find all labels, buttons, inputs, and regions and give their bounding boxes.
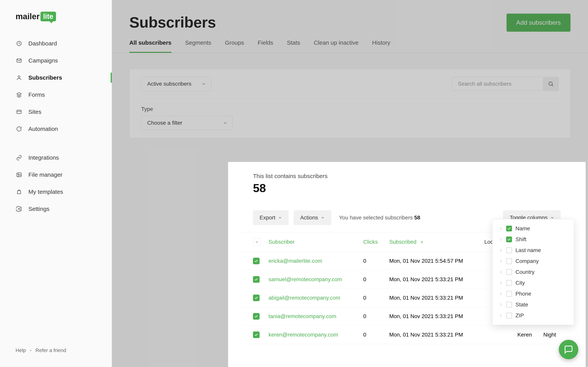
svg-point-22 (500, 240, 501, 241)
toggle-columns-popover[interactable]: NameShiftLast nameCompanyCountryCityPhon… (492, 219, 574, 325)
logo[interactable]: mailer lite (0, 12, 112, 35)
refer-link[interactable]: Refer a friend (35, 347, 66, 353)
help-link[interactable]: Help (16, 347, 26, 353)
subscriber-email[interactable]: samuel@remotecompany.com (268, 276, 342, 282)
column-checkbox[interactable] (506, 258, 512, 264)
tab-all-subscribers[interactable]: All subscribers (129, 39, 172, 53)
drag-handle-icon[interactable] (499, 226, 503, 231)
column-toggle-shift[interactable]: Shift (493, 234, 574, 245)
svg-point-56 (500, 304, 501, 305)
sidebar-item-forms[interactable]: Forms (0, 86, 112, 103)
clock-icon (16, 40, 23, 47)
column-toggle-zip[interactable]: ZIP (493, 310, 574, 321)
main-nav: DashboardCampaignsSubscribersFormsSitesA… (0, 35, 112, 342)
col-subscriber[interactable]: Subscriber (265, 232, 359, 252)
svg-point-41 (501, 273, 502, 273)
sidebar-item-dashboard[interactable]: Dashboard (0, 35, 112, 52)
subscriber-email[interactable]: abigail@remotecompany.com (268, 295, 340, 301)
actions-button[interactable]: Actions (294, 210, 331, 225)
column-checkbox[interactable] (506, 247, 512, 253)
type-select[interactable]: Choose a filter (141, 116, 233, 130)
svg-point-40 (500, 273, 501, 273)
status-select[interactable]: Active subscribers (141, 77, 211, 91)
cell-subscribed: Mon, 01 Nov 2021 5:33:21 PM (385, 307, 480, 326)
column-toggle-label: Name (516, 225, 567, 232)
drag-handle-icon[interactable] (499, 302, 503, 307)
sidebar-item-settings[interactable]: Settings (0, 200, 112, 217)
column-toggle-last-name[interactable]: Last name (493, 245, 574, 256)
sidebar-item-label: Dashboard (28, 40, 57, 47)
row-checkbox[interactable] (253, 313, 259, 320)
svg-point-61 (501, 314, 502, 315)
svg-point-58 (500, 305, 501, 306)
svg-point-38 (500, 272, 501, 272)
sidebar-item-my-templates[interactable]: My templates (0, 183, 112, 200)
column-toggle-name[interactable]: Name (493, 223, 574, 234)
sidebar-item-campaigns[interactable]: Campaigns (0, 52, 112, 69)
drag-handle-icon[interactable] (499, 259, 503, 264)
svg-point-63 (501, 315, 502, 316)
column-checkbox[interactable] (506, 236, 512, 242)
drag-handle-icon[interactable] (499, 248, 503, 253)
column-toggle-country[interactable]: Country (493, 267, 574, 277)
drag-handle-icon[interactable] (499, 280, 503, 285)
column-checkbox[interactable] (506, 226, 512, 232)
subscriber-email[interactable]: keren@remotecompany.com (268, 332, 338, 338)
sidebar-item-subscribers[interactable]: Subscribers (0, 69, 112, 86)
column-checkbox[interactable] (506, 291, 512, 297)
bag-icon (16, 188, 23, 195)
svg-point-8 (18, 208, 20, 210)
row-checkbox[interactable] (253, 258, 259, 264)
tab-stats[interactable]: Stats (287, 39, 300, 53)
tab-history[interactable]: History (372, 39, 390, 53)
svg-point-42 (500, 282, 501, 282)
column-toggle-label: Country (516, 269, 567, 275)
column-checkbox[interactable] (506, 313, 512, 318)
add-subscribers-button[interactable]: Add subscribers (507, 14, 571, 32)
row-checkbox[interactable] (253, 295, 259, 301)
search-input[interactable] (452, 77, 543, 91)
row-checkbox[interactable] (253, 332, 259, 338)
svg-point-25 (501, 249, 502, 250)
search-button[interactable] (543, 77, 559, 91)
svg-point-20 (500, 239, 501, 240)
column-toggle-state[interactable]: State (493, 299, 574, 310)
subscriber-email[interactable]: ericka@mailerlite.com (268, 258, 322, 264)
select-all-expander[interactable] (253, 238, 261, 246)
column-toggle-city[interactable]: City (493, 277, 574, 288)
cell-clicks: 0 (359, 270, 385, 289)
sidebar-item-integrations[interactable]: Integrations (0, 149, 112, 166)
cell-subscribed: Mon, 01 Nov 2021 5:54:57 PM (385, 252, 480, 270)
col-clicks[interactable]: Clicks (359, 232, 385, 252)
tab-clean-up-inactive[interactable]: Clean up inactive (314, 39, 359, 53)
chat-bubble[interactable] (559, 340, 578, 359)
tab-fields[interactable]: Fields (258, 39, 273, 53)
sidebar-item-label: My templates (28, 189, 63, 195)
svg-point-65 (501, 316, 502, 317)
sidebar-item-file-manager[interactable]: File manager (0, 166, 112, 183)
svg-point-43 (501, 282, 502, 282)
filter-panel: Active subscribers Type (129, 69, 571, 138)
export-button[interactable]: Export (253, 210, 289, 225)
sidebar-item-automation[interactable]: Automation (0, 120, 112, 137)
svg-point-57 (501, 304, 502, 305)
drag-handle-icon[interactable] (499, 313, 503, 318)
subscriber-email[interactable]: tania@remotecompany.com (268, 313, 336, 319)
column-checkbox[interactable] (506, 280, 512, 286)
sidebar-item-label: Automation (28, 126, 58, 132)
row-checkbox[interactable] (253, 276, 259, 283)
tab-segments[interactable]: Segments (185, 39, 211, 53)
col-subscribed[interactable]: Subscribed (385, 232, 480, 252)
column-toggle-company[interactable]: Company (493, 256, 574, 267)
column-toggle-phone[interactable]: Phone (493, 288, 574, 299)
cell-subscribed: Mon, 01 Nov 2021 5:33:21 PM (385, 326, 480, 344)
tab-groups[interactable]: Groups (225, 39, 244, 53)
svg-point-33 (501, 261, 502, 262)
drag-handle-icon[interactable] (499, 269, 503, 275)
drag-handle-icon[interactable] (499, 237, 503, 242)
column-checkbox[interactable] (506, 302, 512, 308)
column-checkbox[interactable] (506, 269, 512, 275)
drag-handle-icon[interactable] (499, 291, 503, 296)
sidebar-item-sites[interactable]: Sites (0, 103, 112, 120)
svg-point-16 (500, 229, 501, 230)
